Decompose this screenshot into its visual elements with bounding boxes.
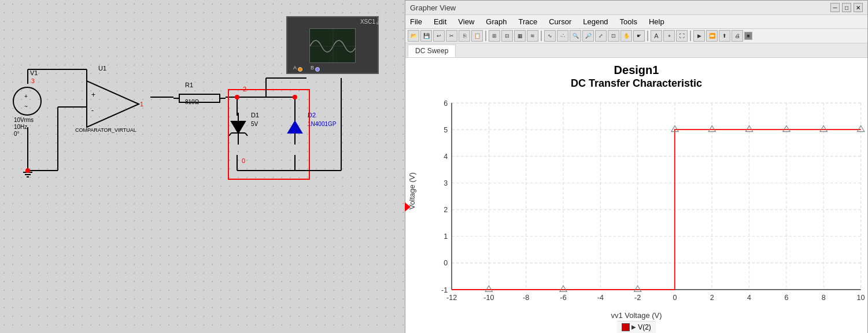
pan-button[interactable]: ✋ (620, 30, 632, 42)
v1-value1: 10Vrms (14, 117, 34, 123)
menu-legend[interactable]: Legend (581, 16, 610, 27)
menu-bar: File Edit View Graph Trace Cursor Legend… (405, 15, 867, 29)
hand-button[interactable]: ☛ (633, 30, 645, 42)
diode-d2: D2 1N4001GP (283, 113, 306, 156)
svg-text:+: + (24, 93, 28, 99)
svg-text:0: 0 (673, 294, 677, 302)
svg-rect-49 (419, 90, 867, 310)
svg-text:5: 5 (444, 126, 448, 134)
trace-del-button[interactable]: ⏩ (706, 30, 718, 42)
svg-text:1: 1 (444, 232, 448, 240)
grapher-title: Grapher View (410, 3, 456, 12)
d2-value: 1N4001GP (308, 121, 336, 127)
svg-text:-: - (91, 106, 94, 114)
svg-marker-17 (231, 121, 245, 133)
d1-value: 5V (251, 121, 258, 127)
grid-button[interactable]: ⊞ (489, 30, 500, 42)
diode-d1: D1 5V (227, 113, 250, 156)
svg-text:-2: -2 (634, 294, 641, 302)
menu-help[interactable]: Help (647, 16, 667, 27)
svg-text:-1: -1 (441, 286, 448, 294)
svg-text:0: 0 (444, 259, 448, 267)
legend-bar: ▶ V(2) (617, 321, 656, 333)
svg-text:3: 3 (444, 179, 448, 187)
v1-node: 3 (31, 78, 35, 84)
svg-text:-6: -6 (560, 294, 566, 302)
u1-label: U1 (98, 65, 106, 72)
tab-dc-sweep[interactable]: DC Sweep (408, 45, 456, 57)
save-button[interactable]: 💾 (420, 30, 432, 42)
svg-point-2 (13, 87, 41, 115)
svg-text:2: 2 (710, 294, 714, 302)
osc-terminal-b: B (311, 65, 314, 71)
v1-value3: 0° (14, 131, 20, 137)
svg-text:6: 6 (784, 294, 788, 302)
osc-terminal-a: A (293, 65, 297, 71)
menu-view[interactable]: View (456, 16, 477, 27)
scatter-button[interactable]: ·∴ (557, 30, 568, 42)
cut-button[interactable]: ✂ (446, 30, 457, 42)
menu-trace[interactable]: Trace (516, 16, 540, 27)
svg-line-19 (229, 133, 231, 136)
zoom-in-button[interactable]: 🔍 (570, 30, 581, 42)
sine-button[interactable]: ∿ (544, 30, 556, 42)
svg-text:6: 6 (444, 99, 448, 108)
zoom-out-button[interactable]: 🔎 (582, 30, 594, 42)
svg-line-20 (245, 133, 248, 136)
print-button[interactable]: 🖨 (732, 30, 743, 42)
zoom-fit-button[interactable]: ⤢ (595, 30, 607, 42)
node2-label: 2 (243, 86, 246, 92)
svg-marker-23 (288, 121, 302, 133)
copy-button[interactable]: ⎘ (459, 30, 470, 42)
menu-edit[interactable]: Edit (431, 16, 449, 27)
ground-symbol (22, 168, 34, 184)
wave-button[interactable]: ≋ (527, 30, 538, 42)
svg-text:8: 8 (822, 294, 826, 302)
export-button[interactable]: ⬆ (719, 30, 730, 42)
menu-file[interactable]: File (408, 16, 424, 27)
x-axis-label: vv1 Voltage (V) (611, 310, 662, 321)
svg-text:-8: -8 (523, 294, 529, 302)
grid2-button[interactable]: ⊟ (501, 30, 513, 42)
svg-marker-9 (87, 81, 139, 127)
oscilloscope-label: XSC1 (287, 17, 378, 26)
graph-svg-wrapper[interactable]: -12 -10 -8 -6 -4 -2 0 2 4 6 8 10 -1 0 1 (419, 90, 867, 310)
open-button[interactable]: 📂 (408, 30, 419, 42)
tab-bar: DC Sweep (405, 43, 867, 58)
svg-text:4: 4 (747, 294, 751, 302)
bar-button[interactable]: ▦ (514, 30, 526, 42)
svg-text:1: 1 (140, 101, 143, 108)
r1-label: R1 (185, 82, 193, 88)
separator4 (690, 31, 691, 41)
close-button[interactable]: ✕ (854, 3, 863, 12)
trace-indicator-arrow (405, 202, 411, 212)
graph-container: Voltage (V) (405, 90, 867, 310)
menu-tools[interactable]: Tools (618, 16, 640, 27)
voltage-source-v1: + ~ V1 3 10Vrms 10Hz 0° (13, 81, 42, 124)
maximize-button[interactable]: □ (842, 3, 851, 12)
minimize-button[interactable]: ─ (830, 3, 840, 12)
separator2 (541, 31, 542, 41)
window-controls: ─ □ ✕ (830, 3, 863, 12)
node0-label: 0 (242, 157, 245, 164)
chart-title: Design1 (614, 62, 659, 77)
cursor1-button[interactable]: ⌖ (663, 30, 675, 42)
menu-cursor[interactable]: Cursor (546, 16, 574, 27)
trace-add-button[interactable]: ▶ (693, 30, 705, 42)
d1-label: D1 (251, 112, 259, 119)
svg-text:10: 10 (857, 294, 865, 302)
ext-trig-label: Ext Trig (376, 9, 382, 24)
svg-text:~: ~ (24, 103, 28, 110)
resistor-r1: R1 810Ω (173, 90, 226, 109)
undo-button[interactable]: ↩ (433, 30, 445, 42)
chart-subtitle: DC Transfer Characteristic (571, 77, 702, 90)
graph-area: Design1 DC Transfer Characteristic Volta… (405, 58, 867, 333)
cursor2-button[interactable]: ⛶ (676, 30, 688, 42)
menu-graph[interactable]: Graph (483, 16, 509, 27)
u1-sublabel: COMPARATOR_VIRTUAL (75, 127, 136, 133)
text-button[interactable]: A (651, 30, 662, 42)
svg-point-46 (235, 95, 239, 99)
zoom-all-button[interactable]: ⊡ (608, 30, 619, 42)
paste-button[interactable]: 📋 (471, 30, 483, 42)
stop-button[interactable]: ■ (744, 32, 752, 40)
